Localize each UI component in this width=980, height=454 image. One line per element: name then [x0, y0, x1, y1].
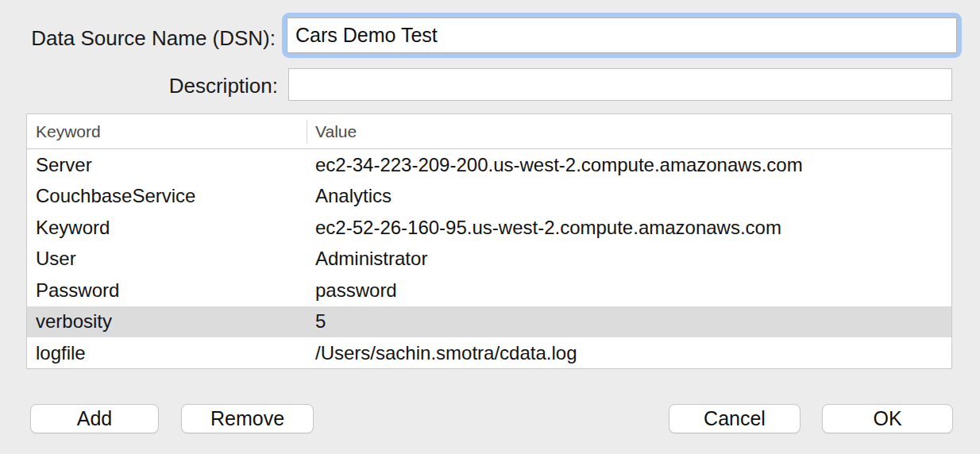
table-row[interactable]: UserAdministrator	[27, 244, 951, 275]
dsn-label: Data Source Name (DSN):	[0, 26, 276, 51]
row-keyword: Server	[27, 154, 307, 176]
remove-button[interactable]: Remove	[181, 404, 314, 433]
description-input[interactable]	[288, 68, 952, 101]
row-value: 5	[307, 310, 951, 333]
table-row[interactable]: CouchbaseServiceAnalytics	[27, 181, 951, 213]
keyword-table-body: Serverec2-34-223-209-200.us-west-2.compu…	[27, 149, 951, 369]
table-row[interactable]: Serverec2-34-223-209-200.us-west-2.compu…	[27, 149, 951, 181]
keyword-value-table: Keyword Value Serverec2-34-223-209-200.u…	[26, 114, 952, 369]
table-header-row: Keyword Value	[27, 114, 951, 149]
row-value: ec2-34-223-209-200.us-west-2.compute.ama…	[307, 154, 951, 176]
table-row[interactable]: Passwordpassword	[27, 275, 951, 306]
ok-button[interactable]: OK	[822, 404, 953, 433]
description-label: Description:	[0, 74, 278, 98]
row-keyword: logfile	[27, 342, 307, 364]
column-header-value[interactable]: Value	[307, 122, 951, 141]
table-row[interactable]: verbosity5	[27, 306, 951, 338]
table-row[interactable]: logfile/Users/sachin.smotra/cdata.log	[27, 337, 951, 369]
dsn-config-dialog: Data Source Name (DSN): Description: Key…	[0, 0, 980, 454]
row-value: Analytics	[307, 185, 951, 207]
row-keyword: User	[27, 248, 307, 270]
row-value: ec2-52-26-160-95.us-west-2.compute.amazo…	[307, 217, 951, 239]
row-keyword: Password	[27, 279, 307, 302]
cancel-button[interactable]: Cancel	[669, 404, 801, 433]
add-button[interactable]: Add	[30, 404, 159, 433]
dsn-input[interactable]	[287, 17, 957, 53]
row-value: /Users/sachin.smotra/cdata.log	[307, 342, 951, 364]
row-value: password	[307, 279, 951, 302]
dsn-focus-ring	[282, 13, 962, 58]
row-value: Administrator	[307, 248, 951, 270]
table-row[interactable]: Keywordec2-52-26-160-95.us-west-2.comput…	[27, 212, 951, 244]
row-keyword: verbosity	[27, 310, 307, 333]
row-keyword: Keyword	[27, 217, 307, 239]
row-keyword: CouchbaseService	[27, 185, 307, 207]
column-header-keyword[interactable]: Keyword	[27, 122, 307, 141]
